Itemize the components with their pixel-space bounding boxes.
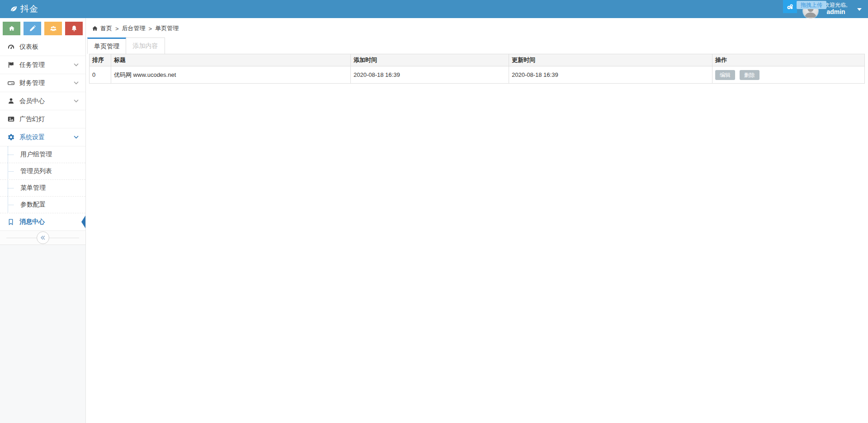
pencil-icon — [29, 25, 36, 32]
chevron-down-icon — [74, 136, 79, 139]
sidebar-item-finance[interactable]: 财务管理 — [0, 74, 85, 92]
submenu-item-parameters[interactable]: 参数配置 — [0, 197, 85, 213]
column-header-sort: 排序 — [90, 54, 111, 66]
cell-sort: 0 — [90, 66, 111, 84]
cell-created: 2020-08-18 16:39 — [351, 66, 509, 84]
breadcrumb: 首页 > 后台管理 > 单页管理 — [86, 18, 868, 32]
table-row: 0 优码网 www.ucodes.net 2020-08-18 16:39 20… — [90, 66, 865, 84]
top-header: 抖金 拖拽上传 欢迎光临, admin — [0, 0, 868, 18]
submenu-item-label: 菜单管理 — [20, 184, 46, 192]
upload-button[interactable] — [783, 0, 797, 13]
edit-button[interactable] — [24, 22, 41, 35]
breadcrumb-home[interactable]: 首页 — [100, 24, 112, 33]
cell-updated: 2020-08-18 16:39 — [509, 66, 712, 84]
sidebar-item-settings[interactable]: 系统设置 — [0, 128, 85, 146]
main-content: 首页 > 后台管理 > 单页管理 单页管理 添加内容 排序 标题 添加时间 更新… — [86, 18, 868, 423]
sidebar-item-label: 系统设置 — [19, 133, 45, 141]
sidebar-item-dashboard[interactable]: 仪表板 — [0, 38, 85, 56]
caret-down-icon[interactable] — [857, 8, 862, 11]
app-logo[interactable]: 抖金 — [10, 0, 38, 18]
edit-row-button[interactable]: 编辑 — [715, 70, 735, 80]
chevron-down-icon — [74, 63, 79, 66]
active-page-marker — [81, 216, 85, 228]
username: admin — [820, 8, 852, 16]
sidebar-item-label: 财务管理 — [19, 79, 45, 87]
double-chevron-left-icon — [40, 235, 46, 240]
bell-icon — [71, 25, 78, 32]
submenu-item-menu-management[interactable]: 菜单管理 — [0, 180, 85, 197]
tachometer-icon — [6, 42, 15, 52]
sidebar-item-tasks[interactable]: 任务管理 — [0, 56, 85, 74]
cell-actions: 编辑 删除 — [712, 66, 865, 84]
bookmark-icon — [6, 217, 15, 226]
breadcrumb-current: 单页管理 — [155, 24, 179, 33]
cell-title: 优码网 www.ucodes.net — [111, 66, 351, 84]
home-icon — [8, 25, 15, 32]
pages-table: 排序 标题 添加时间 更新时间 操作 0 优码网 www.ucodes.net … — [89, 54, 865, 84]
sidebar-item-message-center[interactable]: 消息中心 — [0, 213, 85, 231]
sidebar-item-members[interactable]: 会员中心 — [0, 92, 85, 110]
chevron-down-icon — [74, 81, 79, 85]
submenu-item-label: 管理员列表 — [20, 167, 52, 175]
home-button[interactable] — [3, 22, 20, 35]
submenu-item-admin-list[interactable]: 管理员列表 — [0, 163, 85, 180]
sidebar-collapse-button[interactable] — [37, 231, 49, 244]
table-header-row: 排序 标题 添加时间 更新时间 操作 — [90, 54, 865, 66]
breadcrumb-separator: > — [149, 25, 152, 32]
tab-bar: 单页管理 添加内容 — [87, 38, 868, 54]
delete-row-button[interactable]: 删除 — [740, 70, 760, 80]
settings-submenu: 用户组管理 管理员列表 菜单管理 参数配置 — [0, 146, 85, 213]
gear-icon — [6, 133, 15, 142]
members-button[interactable] — [44, 22, 62, 35]
sidebar-collapse-strip — [0, 231, 85, 245]
tab-add-content[interactable]: 添加内容 — [126, 38, 165, 54]
user-icon — [6, 97, 15, 106]
sidebar: 仪表板 任务管理 财务管理 会员中心 — [0, 18, 86, 423]
column-header-actions: 操作 — [712, 54, 865, 66]
image-icon — [6, 115, 15, 124]
cloud-cluster-icon — [786, 3, 794, 10]
chevron-down-icon — [74, 99, 79, 103]
breadcrumb-separator: > — [115, 25, 119, 32]
submenu-item-label: 参数配置 — [20, 201, 46, 209]
sidebar-item-label: 会员中心 — [19, 97, 45, 105]
users-icon — [50, 25, 57, 32]
column-header-title: 标题 — [111, 54, 351, 66]
app-title: 抖金 — [20, 3, 38, 15]
sidebar-empty-area — [0, 245, 85, 423]
flag-icon — [6, 61, 15, 70]
submenu-item-label: 用户组管理 — [20, 150, 52, 159]
sidebar-item-ads[interactable]: 广告幻灯 — [0, 110, 85, 128]
hdd-icon — [6, 79, 15, 88]
notifications-button[interactable] — [65, 22, 83, 35]
sidebar-item-label: 任务管理 — [19, 61, 45, 69]
submenu-item-user-groups[interactable]: 用户组管理 — [0, 146, 85, 163]
column-header-updated: 更新时间 — [509, 54, 712, 66]
quick-buttons-row — [0, 18, 85, 38]
breadcrumb-backend[interactable]: 后台管理 — [122, 24, 146, 33]
column-header-created: 添加时间 — [351, 54, 509, 66]
sidebar-item-label: 广告幻灯 — [19, 115, 45, 123]
tab-page-management[interactable]: 单页管理 — [87, 38, 126, 54]
sidebar-item-label: 仪表板 — [19, 43, 38, 51]
upload-tooltip: 拖拽上传 — [797, 1, 826, 9]
home-icon — [92, 25, 98, 32]
admin-page: 抖金 拖拽上传 欢迎光临, admin — [0, 0, 868, 423]
sidebar-item-label: 消息中心 — [19, 218, 45, 226]
leaf-icon — [10, 5, 18, 13]
